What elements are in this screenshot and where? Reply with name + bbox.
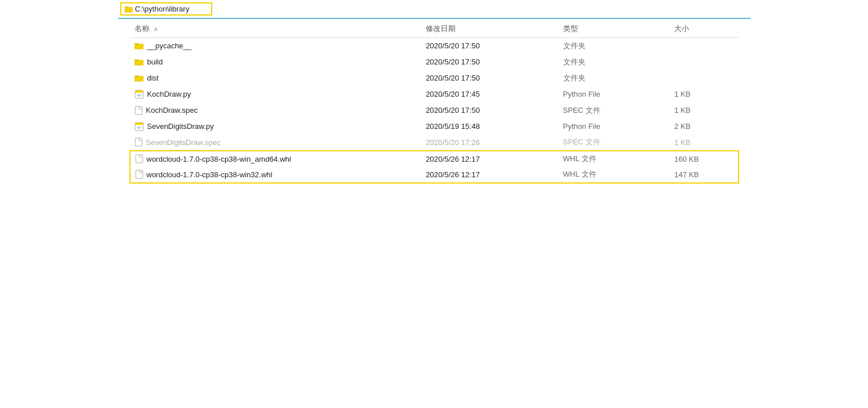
address-path-text: C:\python\library — [135, 5, 190, 13]
table-row[interactable]: __pycache__ 2020/5/20 17:50 文件夹 — [130, 38, 739, 54]
col-header-size[interactable]: 大小 — [670, 21, 738, 38]
folder-icon — [135, 58, 144, 66]
cell-name: wordcloud-1.7.0-cp38-cp38-win32.whl — [130, 167, 422, 183]
file-name-text: wordcloud-1.7.0-cp38-cp38-win_amd64.whl — [147, 155, 291, 163]
file-icon — [135, 170, 143, 179]
address-bar-row: C:\python\library — [118, 0, 751, 19]
cell-type: 文件夹 — [559, 70, 670, 86]
folder-icon — [135, 42, 144, 50]
file-name-text: dist — [147, 74, 159, 82]
cell-type: 文件夹 — [559, 54, 670, 70]
file-name-text: build — [147, 58, 163, 66]
cell-type: 文件夹 — [559, 38, 670, 54]
table-row[interactable]: build 2020/5/20 17:50 文件夹 — [130, 54, 739, 70]
cell-date: 2020/5/20 17:50 — [421, 38, 558, 54]
cell-date: 2020/5/20 17:50 — [421, 70, 558, 86]
cell-name: KochDraw.spec — [130, 102, 422, 119]
cell-date: 2020/5/26 12:17 — [421, 151, 558, 167]
svg-rect-7 — [135, 75, 138, 77]
cell-name: SevenDigitsDraw.spec — [130, 135, 422, 151]
table-header-row: 名称 ∧ 修改日期 类型 大小 — [130, 21, 739, 38]
cell-name: build — [130, 54, 422, 70]
svg-rect-9 — [135, 90, 143, 93]
svg-text:py: py — [137, 93, 140, 97]
svg-text:py: py — [137, 125, 140, 129]
cell-type: SPEC 文件 — [559, 102, 670, 119]
cell-name: dist — [130, 70, 422, 86]
file-name-text: __pycache__ — [147, 41, 192, 50]
cell-size: 160 KB — [670, 151, 738, 167]
python-icon: py — [135, 90, 144, 99]
cell-size: 1 KB — [670, 135, 738, 151]
file-name-text: wordcloud-1.7.0-cp38-cp38-win32.whl — [147, 170, 273, 179]
svg-rect-17 — [136, 170, 143, 178]
col-header-date[interactable]: 修改日期 — [421, 21, 558, 38]
folder-icon — [135, 74, 144, 82]
svg-rect-5 — [135, 59, 138, 61]
file-icon — [135, 106, 143, 115]
table-row[interactable]: wordcloud-1.7.0-cp38-cp38-win32.whl 2020… — [130, 167, 739, 183]
cell-date: 2020/5/20 17:45 — [421, 86, 558, 102]
table-row[interactable]: dist 2020/5/20 17:50 文件夹 — [130, 70, 739, 86]
svg-rect-1 — [125, 6, 128, 8]
cell-size: 1 KB — [670, 102, 738, 119]
file-table-wrapper: 名称 ∧ 修改日期 类型 大小 — [118, 21, 751, 184]
cell-type: WHL 文件 — [559, 151, 670, 167]
cell-size: 147 KB — [670, 167, 738, 183]
col-header-name[interactable]: 名称 ∧ — [130, 21, 422, 38]
cell-type: Python File — [559, 86, 670, 102]
table-row[interactable]: wordcloud-1.7.0-cp38-cp38-win_amd64.whl … — [130, 151, 739, 167]
explorer-window: C:\python\library 名称 ∧ 修改日期 类型 — [118, 0, 751, 184]
svg-rect-11 — [135, 106, 142, 115]
file-icon — [135, 138, 143, 147]
table-row[interactable]: SevenDigitsDraw.spec 2020/5/20 17:26 SPE… — [130, 135, 739, 151]
address-bar[interactable]: C:\python\library — [120, 2, 212, 16]
table-row[interactable]: py KochDraw.py 2020/5/20 17:45 Python Fi… — [130, 86, 739, 102]
file-name-text: KochDraw.py — [147, 90, 192, 98]
file-name-text: SevenDigitsDraw.py — [147, 122, 214, 131]
cell-size — [670, 70, 738, 86]
svg-rect-13 — [135, 123, 143, 125]
file-name-text: SevenDigitsDraw.spec — [146, 138, 221, 147]
svg-rect-15 — [135, 138, 142, 146]
cell-type: Python File — [559, 119, 670, 135]
sort-arrow-icon: ∧ — [154, 26, 158, 32]
svg-rect-16 — [136, 155, 143, 163]
cell-date: 2020/5/20 17:26 — [421, 135, 558, 151]
cell-size — [670, 38, 738, 54]
cell-size — [670, 54, 738, 70]
table-row[interactable]: py SevenDigitsDraw.py 2020/5/19 15:48 Py… — [130, 119, 739, 135]
table-row[interactable]: KochDraw.spec 2020/5/20 17:50 SPEC 文件 1 … — [130, 102, 739, 119]
cell-date: 2020/5/26 12:17 — [421, 167, 558, 183]
cell-type: SPEC 文件 — [559, 135, 670, 151]
svg-rect-3 — [135, 43, 138, 45]
cell-name: wordcloud-1.7.0-cp38-cp38-win_amd64.whl — [130, 151, 422, 167]
cell-size: 2 KB — [670, 119, 738, 135]
cell-date: 2020/5/20 17:50 — [421, 102, 558, 119]
cell-name: py SevenDigitsDraw.py — [130, 119, 422, 135]
address-folder-icon — [125, 5, 133, 13]
cell-type: WHL 文件 — [559, 167, 670, 183]
file-table: 名称 ∧ 修改日期 类型 大小 — [129, 21, 739, 184]
cell-name: py KochDraw.py — [130, 86, 422, 102]
cell-date: 2020/5/19 15:48 — [421, 119, 558, 135]
cell-size: 1 KB — [670, 86, 738, 102]
file-icon — [135, 154, 143, 163]
cell-name: __pycache__ — [130, 38, 422, 54]
col-header-type[interactable]: 类型 — [559, 21, 670, 38]
python-icon: py — [135, 122, 144, 131]
file-name-text: KochDraw.spec — [146, 106, 198, 115]
cell-date: 2020/5/20 17:50 — [421, 54, 558, 70]
